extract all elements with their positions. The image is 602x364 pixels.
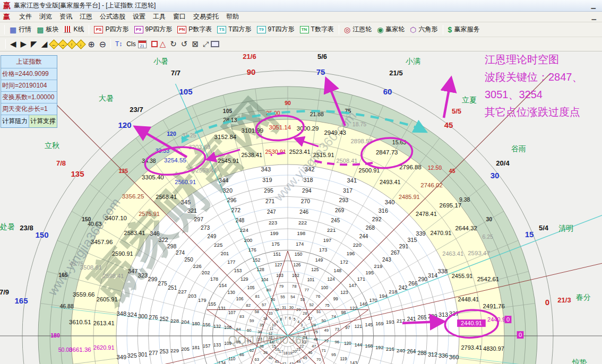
sort-icon[interactable]: T↕: [113, 40, 124, 48]
svg-text:3559.66: 3559.66: [73, 291, 95, 298]
minimize-button[interactable]: ▁: [588, 2, 599, 9]
toolbar-button-P四方形[interactable]: PSP四方形: [91, 24, 131, 35]
svg-text:174: 174: [296, 241, 304, 247]
toolbar-button-赢家轮[interactable]: ◉赢家轮: [374, 24, 407, 35]
shrink-icon[interactable]: ⤢: [201, 39, 211, 49]
svg-text:2746.02: 2746.02: [420, 182, 443, 188]
svg-text:194: 194: [379, 293, 388, 299]
menu-item-3[interactable]: 江恩: [76, 11, 96, 22]
svg-text:124: 124: [328, 276, 335, 282]
svg-text:275: 275: [158, 281, 167, 287]
svg-text:229: 229: [170, 348, 179, 353]
svg-text:27: 27: [308, 316, 312, 321]
svg-text:272: 272: [231, 207, 240, 213]
mdi-minimize-button[interactable]: ▁: [589, 13, 599, 20]
svg-text:244: 244: [359, 233, 368, 239]
menu-item-4[interactable]: 公式选股: [96, 11, 129, 22]
svg-text:292: 292: [372, 216, 382, 222]
svg-text:346: 346: [150, 230, 160, 237]
menu-item-8[interactable]: 交易委托: [190, 11, 222, 22]
calc-resistance-button[interactable]: 计算阻力: [1, 115, 29, 127]
svg-text:18: 18: [283, 351, 288, 355]
svg-text:313: 313: [438, 311, 448, 318]
svg-text:200: 200: [244, 237, 253, 243]
parameter-panel: 上证指数 价格=2440.9099时间=20190104变换系数=1.00000…: [1, 55, 57, 128]
menu-item-7[interactable]: 窗口: [169, 11, 190, 22]
calc-support-button[interactable]: 计算支撑: [29, 115, 57, 127]
square-tool-icon[interactable]: [151, 41, 158, 47]
cls-button[interactable]: Cls: [124, 40, 137, 48]
svg-text:51: 51: [316, 309, 321, 314]
menu-item-6[interactable]: 工具: [149, 11, 169, 22]
svg-text:132: 132: [213, 324, 221, 329]
calendar-icon[interactable]: 21: [138, 40, 147, 48]
svg-text:2485.91: 2485.91: [399, 194, 420, 200]
svg-text:2613.41: 2613.41: [93, 320, 115, 326]
svg-text:291: 291: [399, 243, 409, 249]
svg-text:2463.41: 2463.41: [442, 250, 463, 257]
svg-text:2620.91: 2620.91: [93, 344, 115, 351]
ps-icon: PS: [94, 26, 103, 33]
svg-text:123: 123: [340, 290, 348, 295]
toolbar-button-K线[interactable]: K线: [61, 24, 87, 35]
svg-text:立夏: 立夏: [462, 96, 477, 104]
svg-text:317: 317: [343, 187, 352, 194]
nav-forward-icon[interactable]: ▶: [19, 39, 29, 49]
svg-text:73: 73: [334, 327, 339, 332]
svg-text:98: 98: [341, 310, 347, 315]
svg-text:50.00: 50.00: [58, 346, 72, 353]
svg-text:5: 5: [294, 317, 296, 321]
toolbar-label: 9T四方形: [268, 25, 295, 34]
toolbar-button-T四方形[interactable]: TST四方形: [214, 24, 254, 35]
panel-row-0: 价格=2440.9099: [1, 68, 57, 80]
menu-item-5[interactable]: 设置: [129, 11, 149, 22]
menu-item-0[interactable]: 文件: [15, 11, 36, 22]
svg-text:197: 197: [323, 237, 332, 243]
svg-text:90: 90: [285, 100, 291, 106]
toolbar-button-赢家服务[interactable]: $赢家服务: [445, 24, 483, 35]
svg-text:195: 195: [366, 270, 374, 275]
svg-text:99: 99: [333, 297, 339, 301]
svg-text:228: 228: [170, 318, 179, 324]
toolbar-button-六角形[interactable]: ⬡六角形: [407, 24, 440, 35]
toolbar-button-9T四方形[interactable]: T99T四方形: [254, 24, 297, 35]
toolbar-button-江恩轮[interactable]: ◎江恩轮: [341, 24, 374, 35]
toolbar-button-板块[interactable]: ▩板块: [34, 24, 61, 35]
svg-text:144: 144: [355, 342, 362, 348]
svg-text:224: 224: [240, 227, 249, 233]
kline-icon: [64, 26, 71, 33]
screen-icon[interactable]: [211, 41, 219, 47]
menu-item-2[interactable]: 资讯: [56, 11, 76, 22]
zoom-in-icon[interactable]: ⊕: [85, 39, 97, 50]
zoom-out-icon[interactable]: ⊖: [97, 39, 108, 50]
svg-text:53: 53: [300, 297, 305, 302]
toolbar-button-9P四方形[interactable]: P99P四方形: [132, 24, 175, 35]
hexagon-icon: ⬡: [410, 26, 416, 33]
svg-text:2493.41: 2493.41: [380, 179, 401, 185]
toolbar-button-T数字表[interactable]: TNT数字表: [297, 24, 337, 35]
note-line: 波段关键位：2847、: [485, 68, 601, 86]
cursor-upleft-icon[interactable]: ◤: [29, 39, 39, 49]
toolbar-button-P数字表[interactable]: PNP数字表: [175, 24, 214, 35]
triangle-tool-icon[interactable]: △: [158, 39, 168, 49]
menu-items: 文件浏览资讯江恩公式选股设置工具窗口交易委托帮助: [15, 11, 243, 22]
svg-text:246: 246: [299, 209, 308, 215]
toolbar-button-行情[interactable]: ▦行情: [7, 24, 34, 35]
svg-text:4: 4: [297, 320, 299, 324]
nav-back-icon[interactable]: ◀: [8, 39, 19, 49]
menu-item-9[interactable]: 帮助: [222, 11, 243, 22]
menu-item-1[interactable]: 浏览: [36, 11, 56, 22]
svg-text:7/7: 7/7: [171, 69, 180, 77]
rotate-ccw-icon[interactable]: ↺: [179, 39, 190, 49]
svg-text:289: 289: [428, 313, 437, 319]
svg-text:0: 0: [519, 332, 522, 338]
svg-text:3356.25: 3356.25: [122, 193, 144, 200]
cursor-downright-icon[interactable]: ◢: [39, 39, 50, 49]
svg-text:43.75: 43.75: [70, 261, 83, 267]
diamond-arrow-down-icon[interactable]: ↓: [76, 39, 85, 49]
svg-text:176: 176: [248, 247, 256, 253]
svg-text:30: 30: [491, 171, 500, 180]
rotate-cw-icon[interactable]: ↻: [168, 39, 179, 49]
select-box-icon[interactable]: ⊠: [190, 39, 201, 49]
svg-text:2583.41: 2583.41: [124, 230, 145, 236]
